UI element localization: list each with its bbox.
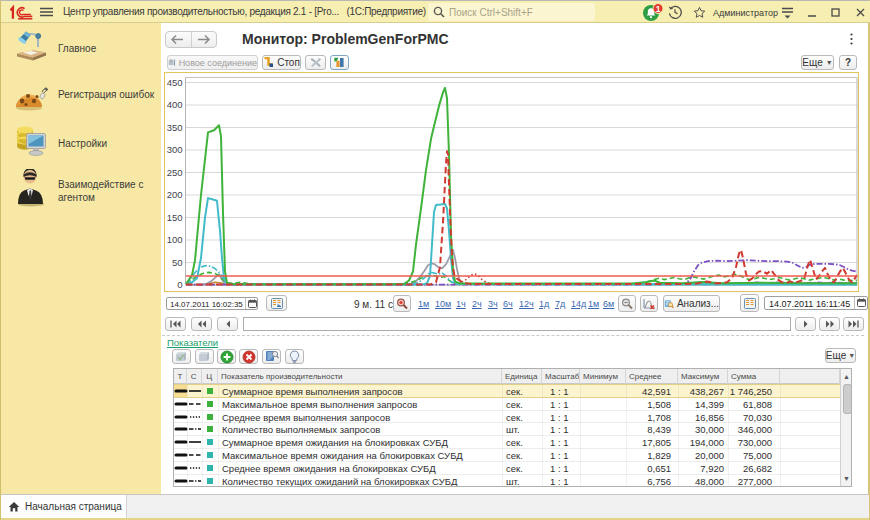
svg-text:0: 0 <box>177 279 182 290</box>
svg-text:200: 200 <box>167 189 183 200</box>
svg-text:150: 150 <box>167 212 183 223</box>
svg-text:400: 400 <box>167 99 183 110</box>
svg-text:450: 450 <box>167 77 183 88</box>
svg-text:50: 50 <box>172 257 183 268</box>
svg-text:350: 350 <box>167 122 183 133</box>
svg-text:250: 250 <box>167 167 183 178</box>
svg-text:100: 100 <box>167 234 183 245</box>
svg-text:300: 300 <box>167 144 183 155</box>
svg-text:1: 1 <box>656 4 661 14</box>
